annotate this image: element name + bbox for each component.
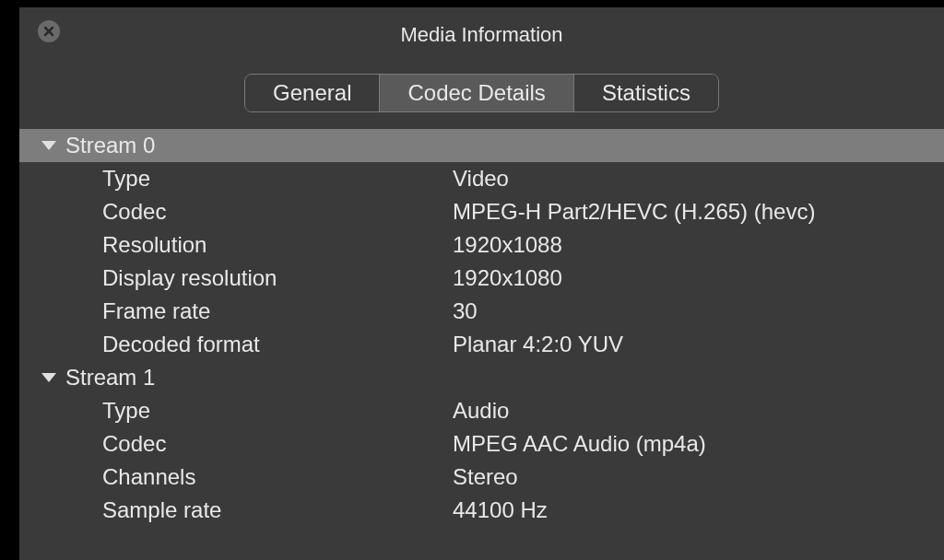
codec-details-content: Stream 0 Type Video Codec MPEG-H Part2/H… — [19, 129, 944, 527]
property-label: Channels — [102, 464, 453, 490]
table-row: Type Video — [19, 162, 944, 195]
disclosure-triangle-icon — [41, 373, 56, 382]
table-row: Frame rate 30 — [19, 295, 944, 328]
property-value: Planar 4:2:0 YUV — [453, 332, 944, 357]
table-row: Sample rate 44100 Hz — [19, 494, 944, 527]
table-row: Decoded format Planar 4:2:0 YUV — [19, 328, 944, 361]
stream-1-header[interactable]: Stream 1 — [19, 361, 944, 394]
property-label: Sample rate — [102, 497, 453, 523]
tab-bar: General Codec Details Statistics — [19, 74, 944, 112]
tab-group: General Codec Details Statistics — [244, 74, 719, 112]
tab-codec-details[interactable]: Codec Details — [380, 75, 573, 111]
property-label: Type — [102, 398, 453, 424]
property-label: Frame rate — [102, 298, 453, 324]
table-row: Type Audio — [19, 394, 944, 427]
property-value: Video — [453, 166, 944, 192]
table-row: Codec MPEG AAC Audio (mp4a) — [19, 427, 944, 461]
property-value: 44100 Hz — [453, 497, 944, 523]
property-value: Stereo — [453, 464, 944, 490]
disclosure-triangle-icon — [41, 141, 56, 150]
property-label: Codec — [102, 431, 453, 457]
property-label: Type — [102, 166, 453, 192]
property-label: Resolution — [102, 232, 453, 258]
property-value: 30 — [453, 298, 944, 324]
titlebar: Media Information — [19, 7, 944, 63]
stream-0-header[interactable]: Stream 0 — [19, 129, 944, 162]
tab-general[interactable]: General — [245, 75, 380, 111]
property-value: Audio — [453, 398, 944, 424]
property-value: MPEG-H Part2/HEVC (H.265) (hevc) — [453, 199, 944, 225]
property-label: Decoded format — [102, 332, 453, 357]
media-info-window: Media Information General Codec Details … — [19, 7, 944, 560]
close-button[interactable] — [38, 20, 60, 42]
close-icon — [42, 25, 55, 38]
property-value: 1920x1080 — [453, 265, 944, 291]
window-title: Media Information — [19, 23, 944, 47]
property-value: MPEG AAC Audio (mp4a) — [453, 431, 944, 457]
table-row: Codec MPEG-H Part2/HEVC (H.265) (hevc) — [19, 195, 944, 228]
table-row: Display resolution 1920x1080 — [19, 262, 944, 295]
stream-label: Stream 1 — [65, 365, 155, 391]
property-label: Display resolution — [102, 265, 453, 291]
table-row: Channels Stereo — [19, 461, 944, 494]
property-label: Codec — [102, 199, 453, 225]
stream-label: Stream 0 — [65, 133, 155, 158]
table-row: Resolution 1920x1088 — [19, 228, 944, 262]
tab-statistics[interactable]: Statistics — [574, 75, 718, 111]
property-value: 1920x1088 — [453, 232, 944, 258]
